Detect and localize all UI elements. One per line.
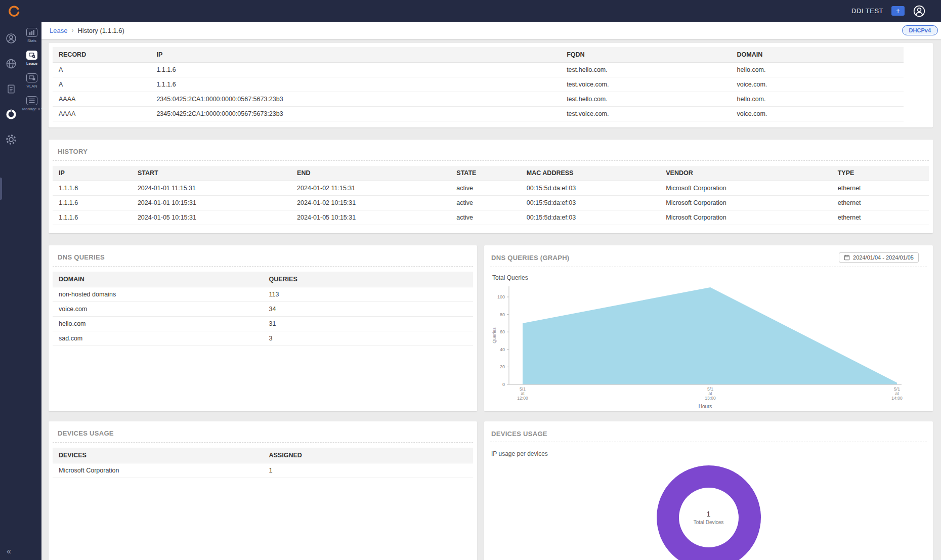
user-circle-icon[interactable] bbox=[5, 32, 18, 45]
collapse-sidebar-button[interactable]: « bbox=[7, 547, 11, 556]
table-row: hello.com31 bbox=[53, 316, 473, 331]
sidebar-item-vlan[interactable]: VLAN bbox=[22, 71, 41, 91]
devices-usage-donut-title: DEVICES USAGE bbox=[491, 428, 547, 438]
org-name: DDI TEST bbox=[851, 7, 883, 15]
table-cell: 1.1.1.6 bbox=[53, 210, 132, 225]
devices-usage-donut-card: DEVICES USAGE IP usage per devices 1 Tot… bbox=[484, 421, 933, 560]
sidebar: Stats Lease bbox=[0, 22, 41, 560]
globe-icon[interactable] bbox=[5, 57, 18, 70]
column-header: IP bbox=[53, 166, 132, 181]
dns-queries-table: DOMAINQUERIES non-hosted domains113voice… bbox=[53, 272, 473, 346]
svg-text:0: 0 bbox=[502, 382, 505, 387]
date-range-picker[interactable]: 2024/01/04 - 2024/01/05 bbox=[839, 252, 919, 263]
manage-ip-icon bbox=[26, 96, 37, 105]
column-header: END bbox=[291, 166, 450, 181]
table-cell: ethernet bbox=[832, 181, 929, 196]
column-header: START bbox=[132, 166, 291, 181]
column-header: QUERIES bbox=[263, 272, 474, 287]
sidebar-item-label: Manage IP bbox=[22, 107, 42, 111]
dns-graph-card: DNS QUERIES (GRAPH) 2024/01/04 - 2024/01… bbox=[484, 245, 933, 411]
donut-chart-icon[interactable] bbox=[5, 108, 18, 121]
table-cell: non-hosted domains bbox=[53, 287, 263, 301]
table-cell: AAAA bbox=[53, 106, 150, 121]
svg-text:80: 80 bbox=[500, 312, 505, 317]
svg-text:12:00: 12:00 bbox=[517, 396, 528, 401]
table-cell: 1 bbox=[263, 463, 474, 478]
svg-text:Queries: Queries bbox=[492, 327, 497, 343]
records-card: RECORDIPFQDNDOMAIN A1.1.1.6test.hello.co… bbox=[49, 43, 933, 127]
sidebar-item-stats[interactable]: Stats bbox=[22, 26, 41, 45]
svg-text:14:00: 14:00 bbox=[891, 396, 903, 401]
breadcrumb-lease-link[interactable]: Lease bbox=[50, 27, 67, 34]
dhcp-version-badge[interactable]: DHCPv4 bbox=[902, 25, 938, 35]
table-cell: test.hello.com. bbox=[561, 92, 731, 106]
table-cell: voice.com. bbox=[731, 106, 904, 121]
devices-usage-table-title: DEVICES USAGE bbox=[53, 427, 473, 443]
table-cell: voice.com bbox=[53, 301, 263, 316]
table-row: 1.1.1.62024-01-01 11:15:312024-01-02 11:… bbox=[53, 181, 929, 196]
table-row: A1.1.1.6test.hello.com.hello.com. bbox=[53, 62, 904, 77]
table-cell: 2024-01-01 10:15:31 bbox=[132, 196, 291, 210]
history-card: HISTORY IPSTARTENDSTATEMAC ADDRESSVENDOR… bbox=[49, 140, 933, 234]
table-cell: 2024-01-02 11:15:31 bbox=[291, 181, 450, 196]
sidebar-rail bbox=[0, 22, 22, 560]
history-table: IPSTARTENDSTATEMAC ADDRESSVENDORTYPE 1.1… bbox=[53, 166, 929, 226]
page-content: RECORDIPFQDNDOMAIN A1.1.1.6test.hello.co… bbox=[41, 39, 941, 560]
table-cell: test.hello.com. bbox=[561, 62, 731, 77]
table-cell: 2024-01-01 11:15:31 bbox=[132, 181, 291, 196]
table-cell: hello.com. bbox=[731, 92, 904, 106]
topbar-actions: DDI TEST + bbox=[851, 5, 926, 18]
donut-center-value: 1 bbox=[707, 510, 711, 518]
table-row: sad.com3 bbox=[53, 331, 473, 346]
column-header: VENDOR bbox=[660, 166, 831, 181]
table-cell: 2345:0425:2CA1:0000:0000:0567:5673:23b3 bbox=[150, 92, 561, 106]
user-avatar-icon[interactable] bbox=[913, 5, 926, 18]
table-cell: 1.1.1.6 bbox=[150, 77, 561, 92]
date-range-value: 2024/01/04 - 2024/01/05 bbox=[853, 254, 914, 261]
add-button[interactable]: + bbox=[891, 6, 905, 16]
table-cell: 31 bbox=[263, 316, 474, 331]
app-logo-icon[interactable] bbox=[8, 5, 20, 17]
svg-text:100: 100 bbox=[497, 294, 505, 299]
rail-scroll-handle[interactable] bbox=[0, 178, 2, 200]
table-cell: active bbox=[450, 210, 521, 225]
svg-text:13:00: 13:00 bbox=[705, 396, 716, 401]
table-cell: 1.1.1.6 bbox=[53, 181, 132, 196]
table-cell: 2024-01-05 10:15:31 bbox=[132, 210, 291, 225]
dns-queries-title: DNS QUERIES bbox=[53, 251, 473, 267]
donut-center: 1 Total Devices bbox=[679, 488, 739, 547]
column-header: FQDN bbox=[561, 47, 731, 62]
table-cell: 2024-01-02 10:15:31 bbox=[291, 196, 450, 210]
sidebar-item-manage-ip[interactable]: Manage IP bbox=[22, 94, 41, 113]
table-cell: 34 bbox=[263, 301, 474, 316]
table-cell: Microsoft Corporation bbox=[660, 196, 831, 210]
table-cell: 00:15:5d:da:ef:03 bbox=[521, 196, 660, 210]
table-cell: ethernet bbox=[832, 210, 929, 225]
table-row: non-hosted domains113 bbox=[53, 287, 473, 301]
breadcrumb: Lease › History (1.1.1.6) DHCPv4 bbox=[41, 22, 941, 39]
table-cell: 3 bbox=[263, 331, 474, 346]
stats-icon bbox=[26, 28, 37, 37]
history-table-header: IPSTARTENDSTATEMAC ADDRESSVENDORTYPE bbox=[53, 166, 929, 181]
form-icon[interactable] bbox=[5, 82, 18, 96]
devices-usage-table-header: DEVICESASSIGNED bbox=[53, 448, 473, 463]
table-cell: 2345:0425:2CA1:0000:0000:0567:5673:23b3 bbox=[150, 106, 561, 121]
sidebar-item-lease[interactable]: Lease bbox=[22, 49, 41, 68]
table-cell: active bbox=[450, 196, 521, 210]
main-area: Lease › History (1.1.1.6) DHCPv4 RECORDI… bbox=[41, 22, 941, 560]
calendar-icon bbox=[844, 254, 850, 261]
table-cell: 1.1.1.6 bbox=[53, 196, 132, 210]
sidebar-item-label: VLAN bbox=[27, 84, 37, 89]
column-header: TYPE bbox=[832, 166, 929, 181]
devices-usage-donut-header: DEVICES USAGE bbox=[490, 427, 927, 442]
table-cell: active bbox=[450, 181, 521, 196]
dns-graph-title: DNS QUERIES (GRAPH) bbox=[491, 252, 570, 262]
table-cell: Microsoft Corporation bbox=[53, 463, 263, 478]
table-row: Microsoft Corporation1 bbox=[53, 463, 473, 478]
table-cell: 00:15:5d:da:ef:03 bbox=[521, 210, 660, 225]
gear-icon[interactable] bbox=[5, 133, 18, 146]
column-header: STATE bbox=[450, 166, 521, 181]
table-row: AAAA2345:0425:2CA1:0000:0000:0567:5673:2… bbox=[53, 92, 904, 106]
table-cell: voice.com. bbox=[731, 77, 904, 92]
lease-icon bbox=[26, 51, 37, 60]
